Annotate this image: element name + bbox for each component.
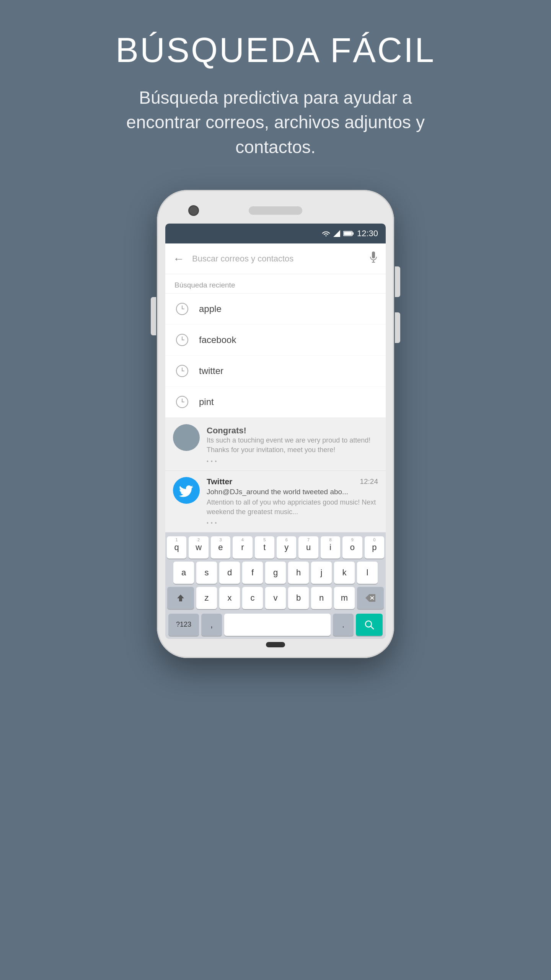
back-arrow-icon[interactable]: ← [173, 252, 184, 265]
keyboard-bottom-row: ?123 , . [167, 612, 384, 637]
header-section: BÚSQUEDA FÁCIL Búsqueda predictiva para … [57, 0, 494, 182]
email-preview-congrats: Its such a touching event we are very pr… [207, 436, 378, 455]
phone-camera [188, 205, 199, 216]
svg-marker-11 [177, 595, 184, 601]
key-i[interactable]: 8i [321, 536, 340, 559]
phone-power-button [395, 266, 400, 297]
phone-mockup: 12:30 ← Buscar correos y contactos [157, 190, 394, 658]
key-v[interactable]: v [265, 587, 286, 609]
email-item-twitter[interactable]: Twitter 12:24 John@DJs_around the world … [165, 471, 386, 532]
key-space[interactable] [224, 614, 331, 636]
keyboard: 1q 2w 3e 4r 5t 6y 7u 8i 9o 0p a s d f [165, 532, 386, 639]
key-period[interactable]: . [333, 614, 354, 636]
key-w[interactable]: 2w [189, 536, 208, 559]
recent-header: Búsqueda reciente [165, 274, 386, 294]
history-icon [174, 332, 190, 348]
key-f[interactable]: f [242, 562, 263, 584]
search-item-label: twitter [199, 366, 223, 376]
key-d[interactable]: d [219, 562, 240, 584]
key-s[interactable]: s [196, 562, 217, 584]
key-a[interactable]: a [173, 562, 194, 584]
key-z[interactable]: z [196, 587, 217, 609]
avatar-congrats [173, 424, 200, 451]
key-n[interactable]: n [311, 587, 332, 609]
email-list: Congrats! Its such a touching event we a… [165, 418, 386, 532]
email-sender-twitter: Twitter [207, 477, 232, 486]
recent-search-facebook[interactable]: facebook [165, 325, 386, 356]
search-item-label: pint [199, 397, 214, 407]
email-subject-twitter: John@DJs_around the world tweeted abo... [207, 488, 378, 496]
key-numbers-toggle[interactable]: ?123 [168, 614, 199, 636]
recent-search-twitter[interactable]: twitter [165, 356, 386, 387]
phone-top-bar [165, 201, 386, 224]
history-icon [174, 394, 190, 410]
search-item-label: facebook [199, 335, 236, 345]
signal-icon [333, 230, 340, 237]
phone-outer: 12:30 ← Buscar correos y contactos [157, 190, 394, 658]
battery-icon [343, 230, 354, 237]
keyboard-row-3: z x c v b n m [167, 587, 384, 609]
svg-line-15 [371, 626, 373, 629]
phone-fingerprint-sensor [266, 642, 285, 647]
email-time-twitter: 12:24 [360, 477, 378, 486]
key-t[interactable]: 5t [255, 536, 274, 559]
email-more-dots-twitter[interactable]: • • • [207, 520, 378, 526]
email-more-dots[interactable]: • • • [207, 458, 378, 464]
key-comma[interactable]: , [201, 614, 222, 636]
email-sender-partial: Congrats! [207, 424, 378, 436]
key-b[interactable]: b [288, 587, 309, 609]
key-l[interactable]: l [357, 562, 378, 584]
key-shift[interactable] [167, 587, 194, 609]
recent-search-pint[interactable]: pint [165, 387, 386, 418]
status-icons: 12:30 [322, 229, 378, 238]
key-h[interactable]: h [288, 562, 309, 584]
keyboard-row-2: a s d f g h j k l [167, 562, 384, 584]
phone-volume-left-button [151, 297, 156, 335]
key-r[interactable]: 4r [233, 536, 252, 559]
svg-rect-2 [352, 232, 354, 235]
status-bar: 12:30 [165, 224, 386, 243]
svg-rect-4 [372, 252, 375, 258]
key-c[interactable]: c [242, 587, 263, 609]
email-content-twitter: Twitter 12:24 John@DJs_around the world … [207, 477, 378, 526]
key-u[interactable]: 7u [298, 536, 318, 559]
keyboard-row-1: 1q 2w 3e 4r 5t 6y 7u 8i 9o 0p [167, 536, 384, 559]
key-p[interactable]: 0p [365, 536, 384, 559]
status-time: 12:30 [357, 229, 378, 238]
key-delete[interactable] [357, 587, 384, 609]
key-search[interactable] [356, 614, 383, 636]
phone-screen: 12:30 ← Buscar correos y contactos [165, 224, 386, 639]
page-subtitle: Búsqueda predictiva para ayudar a encont… [103, 85, 448, 159]
search-input[interactable]: Buscar correos y contactos [192, 254, 361, 264]
key-o[interactable]: 9o [342, 536, 362, 559]
phone-volume-button [395, 312, 400, 343]
key-j[interactable]: j [311, 562, 332, 584]
key-k[interactable]: k [334, 562, 355, 584]
svg-marker-0 [333, 230, 340, 237]
history-icon [174, 301, 190, 317]
email-content-congrats: Congrats! Its such a touching event we a… [207, 424, 378, 464]
key-y[interactable]: 6y [277, 536, 296, 559]
key-q[interactable]: 1q [167, 536, 186, 559]
page-title: BÚSQUEDA FÁCIL [103, 31, 448, 70]
search-item-label: apple [199, 304, 222, 314]
email-item-congrats[interactable]: Congrats! Its such a touching event we a… [165, 418, 386, 470]
email-preview-twitter: Attention to all of you who appriciates … [207, 498, 378, 517]
recent-searches-section: Búsqueda reciente apple [165, 274, 386, 418]
history-icon [174, 363, 190, 379]
email-header-twitter: Twitter 12:24 [207, 477, 378, 486]
key-g[interactable]: g [265, 562, 286, 584]
key-m[interactable]: m [334, 587, 355, 609]
phone-speaker [249, 206, 302, 215]
mic-icon[interactable] [369, 252, 378, 266]
key-e[interactable]: 3e [211, 536, 230, 559]
svg-rect-3 [344, 232, 352, 235]
search-bar[interactable]: ← Buscar correos y contactos [165, 243, 386, 274]
recent-search-apple[interactable]: apple [165, 294, 386, 325]
wifi-icon [322, 230, 330, 237]
key-x[interactable]: x [219, 587, 240, 609]
avatar-twitter [173, 477, 200, 504]
